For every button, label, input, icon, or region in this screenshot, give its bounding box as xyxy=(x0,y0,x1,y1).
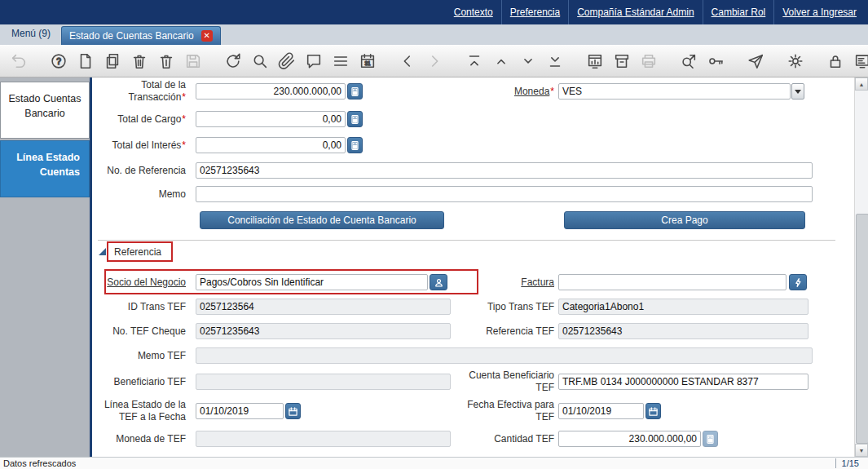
tab-close-icon[interactable]: ✕ xyxy=(201,30,213,42)
field-label-socio-negocio: Socio del Negocio xyxy=(92,277,191,289)
total-cargo-input[interactable] xyxy=(196,111,346,127)
row-total-interes: Total del Interés* xyxy=(92,137,854,153)
record-indicator: 1/15 xyxy=(835,458,865,468)
scroll-up-button[interactable]: ▲ xyxy=(855,77,868,91)
conciliacion-button[interactable]: Conciliación de Estado de Cuenta Bancari… xyxy=(200,211,444,229)
row-memo: Memo xyxy=(92,186,854,202)
grid-toggle-icon[interactable] xyxy=(330,51,351,72)
collapse-section-icon[interactable] xyxy=(99,248,106,255)
field-label-no-referencia: No. de Referencia xyxy=(92,165,191,177)
sidebar-tab-linea-estado-cuentas[interactable]: Línea Estado Cuentas xyxy=(0,140,90,197)
row-cheque-referencia-tef: No. TEF Cheque Referencia TEF xyxy=(92,323,854,339)
last-record-icon[interactable] xyxy=(544,51,566,72)
total-cargo-calculator-button[interactable] xyxy=(347,111,363,127)
total-transaccion-calculator-button[interactable] xyxy=(347,83,363,100)
history-icon[interactable] xyxy=(357,51,378,72)
status-bar: Datos refrescados 1/15 xyxy=(0,457,868,469)
sql-console-icon[interactable] xyxy=(852,51,868,72)
vertical-scrollbar[interactable]: ▲ ▼ xyxy=(854,77,868,457)
attachment-icon[interactable] xyxy=(276,51,297,72)
scrollbar-thumb[interactable] xyxy=(856,214,868,444)
moneda-tef-input[interactable] xyxy=(196,431,451,447)
header-link-cambiar-rol[interactable]: Cambiar Rol xyxy=(703,0,774,24)
no-tef-cheque-input[interactable] xyxy=(196,323,451,339)
total-interes-calculator-button[interactable] xyxy=(347,137,363,153)
tipo-trans-tef-input[interactable] xyxy=(558,299,809,315)
linea-estado-fecha-calendar-button[interactable] xyxy=(285,403,301,419)
row-beneficiario-cuenta: Beneficiario TEF Cuenta Beneficiario TEF xyxy=(92,374,854,390)
required-marker: * xyxy=(550,86,554,97)
top-header-bar: ContextoPreferenciaCompañía Estándar Adm… xyxy=(0,0,868,24)
delete-record-icon[interactable] xyxy=(129,51,150,72)
cuenta-beneficiario-tef-input[interactable] xyxy=(558,374,809,390)
factura-input[interactable] xyxy=(558,274,786,290)
factura-search-button[interactable] xyxy=(789,274,807,290)
archive-icon[interactable] xyxy=(611,51,632,72)
crea-pago-button[interactable]: Crea Pago xyxy=(564,211,805,229)
field-label-tipo-trans-tef: Tipo Trans TEF xyxy=(456,301,558,313)
header-link-compa-a-est-ndar-admin[interactable]: Compañía Estándar Admin xyxy=(568,0,702,24)
fecha-efectiva-tef-calendar-button[interactable] xyxy=(645,403,661,419)
help-icon[interactable] xyxy=(48,51,69,72)
process-icon[interactable] xyxy=(785,51,806,72)
id-trans-tef-input[interactable] xyxy=(196,299,451,315)
active-tab-label: Estado de Cuentas Bancario xyxy=(69,30,194,42)
total-interes-input[interactable] xyxy=(196,137,346,153)
fecha-efectiva-tef-input[interactable] xyxy=(558,403,644,419)
moneda-combo-input[interactable] xyxy=(558,83,791,100)
record-access-icon[interactable] xyxy=(705,51,726,72)
field-label-beneficiario-tef: Beneficiario TEF xyxy=(92,376,191,388)
header-link-volver-a-ingresar[interactable]: Volver a Ingresar xyxy=(773,0,865,24)
next-record-icon[interactable] xyxy=(518,51,539,72)
tab-menu[interactable]: Menú (9) xyxy=(11,28,51,39)
beneficiario-tef-input[interactable] xyxy=(196,374,451,390)
moneda-combo-arrow[interactable] xyxy=(791,83,804,100)
calculator-icon xyxy=(350,114,360,125)
scroll-down-button[interactable]: ▼ xyxy=(855,444,868,457)
no-referencia-input[interactable] xyxy=(196,162,813,179)
field-label-total-transaccion: Total de la Transacción* xyxy=(92,79,191,104)
socio-negocio-input[interactable] xyxy=(196,274,428,290)
first-record-icon[interactable] xyxy=(464,51,485,72)
previous-record-icon[interactable] xyxy=(491,51,512,72)
header-link-contexto[interactable]: Contexto xyxy=(446,0,501,24)
referencia-tef-input[interactable] xyxy=(558,323,809,339)
field-label-factura: Factura xyxy=(456,277,558,289)
delete-selection-icon[interactable] xyxy=(156,51,177,72)
sidebar-tab-estado-cuentas-bancario[interactable]: Estado Cuentas Bancario xyxy=(0,82,90,139)
linea-estado-fecha-input[interactable] xyxy=(196,403,284,419)
cantidad-tef-calculator-button[interactable] xyxy=(703,431,718,447)
lock-icon[interactable] xyxy=(825,51,846,72)
new-record-icon[interactable] xyxy=(75,51,96,72)
field-label-cantidad-tef: Cantidad TEF xyxy=(456,433,558,445)
copy-record-icon[interactable] xyxy=(102,51,123,72)
find-icon[interactable] xyxy=(249,51,271,72)
field-label-total-cargo: Total de Cargo* xyxy=(92,113,191,126)
section-label-referencia: Referencia xyxy=(114,246,161,258)
row-memo-tef: Memo TEF xyxy=(92,347,854,364)
parent-record-icon[interactable] xyxy=(397,51,418,72)
header-link-preferencia[interactable]: Preferencia xyxy=(501,0,568,24)
print-icon xyxy=(638,51,659,72)
memo-tef-input[interactable] xyxy=(196,347,813,364)
total-transaccion-input[interactable] xyxy=(196,83,346,100)
required-marker: * xyxy=(182,91,186,103)
report-icon[interactable] xyxy=(584,51,606,72)
status-message: Datos refrescados xyxy=(3,458,76,468)
cantidad-tef-input[interactable] xyxy=(558,431,701,447)
zoom-across-icon[interactable] xyxy=(678,51,699,72)
request-icon[interactable] xyxy=(745,51,766,72)
socio-negocio-search-button[interactable] xyxy=(430,274,447,290)
invoice-icon xyxy=(793,277,804,288)
window-tab-strip: Menú (9) Estado de Cuentas Bancario ✕ xyxy=(0,24,868,45)
row-total-transaccion: Total de la Transacción* Moneda* xyxy=(92,83,854,100)
memo-input[interactable] xyxy=(196,186,813,202)
chat-icon[interactable] xyxy=(303,51,324,72)
row-socio-factura: Socio del Negocio Factura xyxy=(92,274,854,290)
refresh-icon[interactable] xyxy=(223,51,244,72)
sidebar-tabs: Estado Cuentas BancarioLínea Estado Cuen… xyxy=(0,77,90,457)
tab-estado-cuentas-bancario[interactable]: Estado de Cuentas Bancario ✕ xyxy=(61,26,221,45)
calculator-icon xyxy=(350,140,360,151)
field-label-fecha-efectiva-tef: Fecha Efectiva para TEF xyxy=(456,399,558,423)
form-panel: Total de la Transacción* Moneda* Total d… xyxy=(92,77,854,457)
